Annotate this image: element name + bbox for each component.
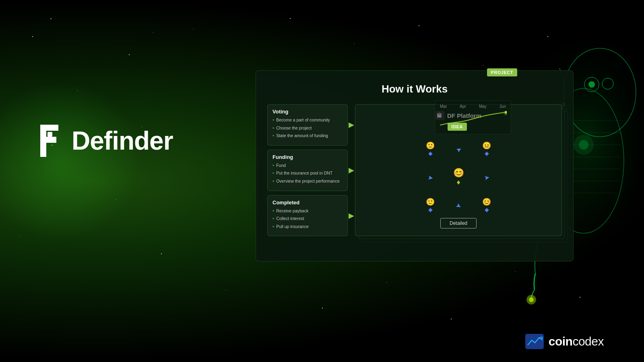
voting-item-2: Choose the project	[272, 125, 343, 132]
funding-panel-title: Funding	[272, 154, 343, 160]
chart-labels: Mar Apr May Jun	[440, 104, 506, 109]
person-icon-center: 😊	[453, 169, 464, 177]
coincodex-text: coincodex	[549, 335, 604, 348]
voting-panel-title: Voting	[272, 109, 343, 115]
voting-panel: Voting Become a part of community Choose…	[267, 104, 348, 146]
funding-item-3: Overview the project performance	[272, 179, 343, 185]
voting-item-3: State the amount of funding	[272, 133, 343, 140]
definder-logo-icon	[36, 125, 64, 157]
voting-panel-wrapper: Voting Become a part of community Choose…	[267, 104, 348, 146]
person-icon-br: 😊	[482, 198, 491, 206]
diamond-tl: ◆	[428, 150, 433, 156]
idea-badge: IDEA	[448, 123, 467, 131]
funding-item-2: Put the insurance pool in DNT	[272, 171, 343, 177]
chart-label-may: May	[479, 104, 487, 109]
card-title: How it Works	[267, 83, 562, 95]
arrow-top-center: ➤	[444, 135, 473, 163]
chart-label-apr: Apr	[460, 104, 466, 109]
voting-arrow: ▶	[349, 120, 354, 129]
chart-label-jun: Jun	[500, 104, 506, 109]
person-icon-tl: 🙂	[426, 142, 435, 149]
svg-rect-24	[525, 334, 544, 349]
detailed-button[interactable]: Detailed	[440, 218, 477, 228]
diamond-br: ◆	[485, 206, 489, 213]
send-icon-mr: ➤	[483, 173, 490, 182]
send-icon-tc: ➤	[454, 145, 463, 154]
funding-panel-wrapper: Funding Fund Put the insurance pool in D…	[267, 150, 348, 191]
funding-list: Fund Put the insurance pool in DNT Overv…	[272, 163, 343, 185]
avatar-bottom-left: 🙂 ◆	[416, 191, 444, 220]
heart-diamond-center: ♦	[456, 178, 460, 187]
svg-point-4	[504, 111, 507, 115]
completed-arrow: ▶	[349, 211, 354, 220]
avatar-center: 😊 ♦	[444, 163, 473, 191]
send-icon-ml: ➤	[427, 173, 433, 182]
person-icon-tr: 😐	[482, 142, 491, 149]
avatars-grid: 🙂 ◆ ➤ 😐 ◆ ➤	[416, 135, 501, 220]
chart-overlay: Mar Apr May Jun	[435, 101, 511, 134]
left-panels: Voting Become a part of community Choose…	[267, 104, 348, 236]
coincodex-icon	[524, 333, 545, 350]
completed-item-3: Pull up insurance	[272, 224, 343, 230]
avatar-top-right: 😐 ◆	[473, 135, 501, 163]
glow-effect	[0, 80, 141, 241]
completed-panel-wrapper: Completed Receive payback Collect intere…	[267, 195, 348, 237]
avatar-bottom-right: 😊 ◆	[473, 191, 501, 220]
main-card: How it Works Voting Become a part of com…	[256, 70, 574, 261]
voting-item-1: Become a part of community	[272, 117, 343, 124]
card-body: Voting Become a part of community Choose…	[267, 104, 562, 236]
logo-area: Definder	[36, 125, 173, 157]
svg-rect-0	[47, 132, 52, 137]
logo-text: Definder	[72, 126, 173, 156]
completed-item-1: Receive payback	[272, 208, 343, 215]
avatars-container: 🙂 ◆ ➤ 😐 ◆ ➤	[361, 125, 556, 229]
avatar-top-left: 🙂 ◆	[416, 135, 444, 163]
person-icon-bl: 🙂	[426, 198, 435, 206]
voting-list: Become a part of community Choose the pr…	[272, 117, 343, 140]
completed-item-2: Collect interest	[272, 216, 343, 222]
diamond-bl: ◆	[428, 206, 433, 213]
project-badge: PROJECT	[487, 68, 517, 76]
funding-panel: Funding Fund Put the insurance pool in D…	[267, 150, 348, 191]
funding-item-1: Fund	[272, 163, 343, 169]
send-icon-bc: ➤	[454, 201, 463, 210]
arrow-mid-left: ➤	[416, 163, 444, 191]
arrow-mid-right: ➤	[473, 163, 501, 191]
funding-arrow: ▶	[349, 166, 354, 175]
chart-label-mar: Mar	[440, 104, 447, 109]
completed-panel: Completed Receive payback Collect intere…	[267, 195, 348, 237]
diamond-tr: ◆	[485, 150, 489, 156]
svg-point-20	[529, 297, 534, 302]
coincodex-branding: coincodex	[524, 333, 604, 350]
completed-panel-title: Completed	[272, 200, 343, 206]
arrow-bottom-center: ➤	[444, 191, 473, 220]
completed-list: Receive payback Collect interest Pull up…	[272, 208, 343, 230]
